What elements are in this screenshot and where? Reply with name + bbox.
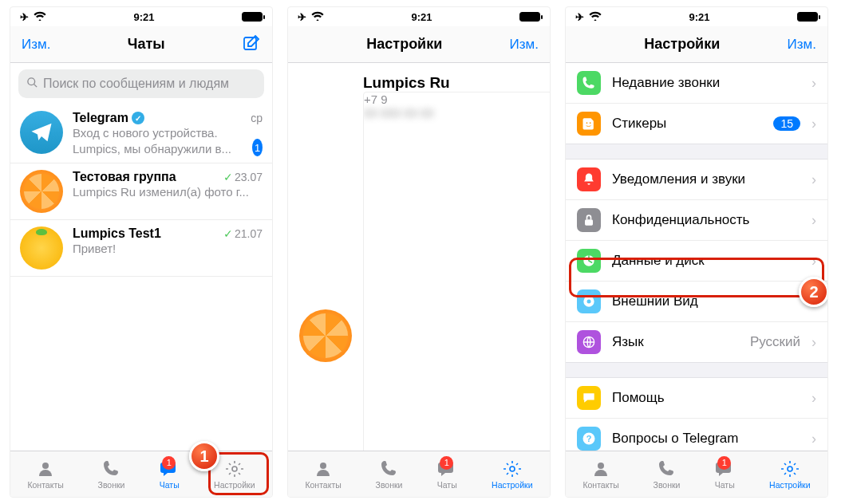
status-time: 9:21 [689, 11, 709, 23]
edit-button[interactable]: Изм. [22, 37, 50, 53]
settings-group: Недавние звонки›Стикеры15› [566, 63, 827, 144]
navbar: Настройки Изм. [288, 26, 550, 63]
phone-chats: ✈ 9:21 Изм. Чаты Поиск по сообщениям и л… [10, 6, 273, 498]
tab-label: Настройки [492, 480, 533, 490]
chevron-right-icon: › [811, 75, 816, 92]
chat-row[interactable]: Telegram✓ ср Вход с нового устройства. L… [10, 104, 272, 163]
chat-row[interactable]: Тестовая группа ✓23.07 Lumpics Ru измени… [10, 163, 272, 220]
svg-point-13 [590, 122, 591, 124]
status-time: 9:21 [133, 11, 154, 23]
tab-settings[interactable]: Настройки [769, 459, 811, 490]
airplane-icon: ✈ [298, 11, 306, 23]
wifi-icon [589, 11, 602, 23]
chevron-right-icon: › [811, 334, 816, 351]
settings-scroll[interactable]: Недавние звонки›Стикеры15› Уведомления и… [566, 63, 827, 451]
chat-preview: Lumpics Ru изменил(а) фото г... [73, 184, 263, 200]
airplane-icon: ✈ [575, 11, 584, 23]
compose-button[interactable] [242, 33, 261, 56]
chat-preview: Привет! [73, 241, 263, 257]
chat-list: Telegram✓ ср Вход с нового устройства. L… [10, 104, 272, 451]
callout-badge: 1 [189, 441, 219, 471]
svg-point-22 [788, 467, 792, 471]
cell-sticker[interactable]: Стикеры15› [566, 104, 827, 144]
tab-label: Звонки [654, 480, 681, 490]
edit-button[interactable]: Изм. [510, 37, 539, 53]
cell-label: Помощь [612, 390, 800, 406]
status-bar: ✈ 9:21 [288, 7, 550, 26]
navbar: Изм. Чаты [10, 26, 272, 63]
svg-point-10 [320, 463, 326, 469]
callout-badge: 2 [799, 277, 827, 307]
page-title: Чаты [128, 36, 165, 53]
tab-label: Чаты [160, 480, 180, 490]
svg-point-21 [598, 463, 604, 469]
cell-value: Русский [750, 334, 800, 350]
cell-label: Недавние звонки [612, 75, 800, 91]
cell-badge: 15 [773, 116, 800, 131]
cell-label: Уведомления и звуки [612, 171, 800, 187]
tab-calls[interactable]: Звонки [654, 459, 681, 490]
cell-faq[interactable]: ?Вопросы о Telegram› [566, 419, 827, 451]
check-icon: ✓ [223, 171, 233, 183]
cell-globe[interactable]: ЯзыкРусский› [566, 322, 827, 362]
tab-contacts[interactable]: Контакты [27, 459, 63, 490]
tab-chats[interactable]: 1Чаты [714, 459, 735, 490]
tab-label: Контакты [27, 480, 63, 490]
avatar-telegram [20, 111, 63, 154]
tab-bar: Контакты Звонки 1Чаты Настройки [566, 451, 827, 497]
wifi-icon [34, 11, 46, 23]
tab-label: Настройки [769, 480, 811, 490]
tab-label: Звонки [98, 480, 125, 490]
settings-scroll[interactable]: Lumpics Ru +7 900 000 00 00 @lumpicsuser… [288, 63, 550, 451]
faq-icon: ? [577, 427, 601, 451]
cell-phone[interactable]: Недавние звонки› [566, 63, 827, 104]
cell-label: Язык [612, 334, 739, 350]
battery-icon [797, 12, 818, 22]
svg-point-2 [42, 463, 49, 469]
chat-time: 21.07 [235, 227, 263, 240]
tab-contacts[interactable]: Контакты [582, 459, 618, 490]
navbar: Настройки Изм. [566, 26, 827, 63]
callout-ring [569, 258, 824, 297]
profile-header[interactable]: Lumpics Ru +7 900 000 00 00 @lumpicsuser [288, 63, 550, 451]
page-title: Настройки [644, 36, 720, 53]
cell-chat[interactable]: Помощь› [566, 378, 827, 419]
svg-rect-14 [585, 219, 593, 226]
tab-badge: 1 [717, 456, 731, 470]
battery-icon [242, 12, 263, 22]
bell-icon [577, 167, 601, 191]
tab-chats[interactable]: 1 Чаты [159, 459, 180, 490]
search-input[interactable]: Поиск по сообщениям и людям [18, 69, 264, 98]
search-placeholder: Поиск по сообщениям и людям [43, 77, 229, 91]
lock-icon [577, 208, 601, 232]
chevron-right-icon: › [811, 390, 816, 407]
verified-icon: ✓ [132, 112, 144, 124]
airplane-icon: ✈ [20, 11, 29, 23]
chat-name: Telegram [73, 111, 128, 125]
edit-button[interactable]: Изм. [788, 37, 816, 53]
cell-label: Стикеры [612, 116, 762, 132]
cell-label: Конфиденциальность [612, 212, 800, 228]
status-time: 9:21 [411, 11, 432, 23]
tab-label: Контакты [305, 480, 341, 490]
wifi-icon [311, 11, 324, 23]
phone-settings: ✈ 9:21 Настройки Изм. Lumpics Ru +7 900 … [287, 6, 551, 498]
tab-calls[interactable]: Звонки [98, 459, 125, 490]
tab-settings[interactable]: Настройки [492, 459, 533, 490]
chat-row[interactable]: Lumpics Test1 ✓21.07 Привет! [10, 220, 272, 277]
chat-time: 23.07 [235, 171, 263, 183]
tab-calls[interactable]: Звонки [376, 459, 403, 490]
chat-icon [577, 386, 601, 410]
chat-name: Тестовая группа [73, 170, 176, 184]
chat-time: ср [251, 112, 263, 124]
chevron-right-icon: › [811, 431, 816, 447]
cell-bell[interactable]: Уведомления и звуки› [566, 159, 827, 200]
cell-lock[interactable]: Конфиденциальность› [566, 200, 827, 241]
settings-group: Помощь›?Вопросы о Telegram› [566, 377, 827, 451]
tab-label: Звонки [376, 480, 403, 490]
battery-icon [519, 12, 540, 22]
tab-chats[interactable]: 1Чаты [436, 459, 457, 490]
svg-point-11 [510, 467, 515, 471]
svg-text:?: ? [586, 434, 592, 443]
tab-contacts[interactable]: Контакты [305, 459, 341, 490]
